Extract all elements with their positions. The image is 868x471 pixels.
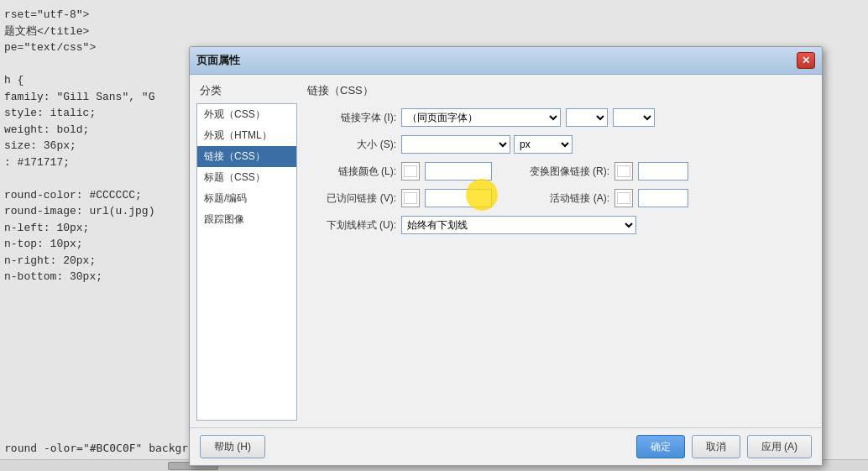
underline-row: 下划线样式 (U): 始终有下划线 始终无下划线 仅在变换时显示 隐藏直到变换 xyxy=(304,216,815,234)
link-color-col: 链接颜色 (L): xyxy=(304,162,492,181)
page-properties-dialog: 页面属性 ✕ 分类 外观（CSS） 外观（HTML） 链接（CSS） 标题（CS… xyxy=(189,46,823,466)
rollover-color-inner xyxy=(617,165,630,177)
font-row: 链接字体 (I): （同页面字体） xyxy=(304,108,815,127)
active-color-inner xyxy=(617,192,630,204)
size-input-group: px xyxy=(401,135,573,154)
visited-color-swatch[interactable] xyxy=(401,189,420,207)
dialog-footer: 帮助 (H) 确定 取消 应用 (A) xyxy=(190,427,822,465)
dialog-title: 页面属性 xyxy=(196,53,240,68)
dialog-titlebar: 页面属性 ✕ xyxy=(190,47,822,75)
cancel-button[interactable]: 取消 xyxy=(692,435,740,458)
visited-color-input[interactable] xyxy=(425,189,492,207)
category-list: 外观（CSS） 外观（HTML） 链接（CSS） 标题（CSS） 标题/编码 跟… xyxy=(196,103,297,421)
visited-color-label: 已访问链接 (V): xyxy=(304,191,396,206)
category-item-appearance-css[interactable]: 外观（CSS） xyxy=(197,104,296,125)
ok-button[interactable]: 确定 xyxy=(636,435,685,458)
size-label: 大小 (S): xyxy=(304,138,396,152)
category-item-tracking-image[interactable]: 跟踪图像 xyxy=(197,209,296,230)
font-label: 链接字体 (I): xyxy=(304,111,396,125)
category-item-link-css[interactable]: 链接（CSS） xyxy=(197,146,296,167)
font-style-select[interactable] xyxy=(566,108,608,127)
rollover-color-input[interactable] xyxy=(638,162,688,181)
link-color-inner xyxy=(404,165,417,177)
active-color-col: 活动链接 (A): xyxy=(509,189,688,207)
font-weight-select[interactable] xyxy=(613,108,655,127)
visited-color-row: 已访问链接 (V): 活动链接 (A): xyxy=(304,189,815,207)
visited-color-col: 已访问链接 (V): xyxy=(304,189,492,207)
link-color-swatch[interactable] xyxy=(401,162,420,181)
properties-header: 链接（CSS） xyxy=(304,81,815,100)
category-item-heading-encoding[interactable]: 标题/编码 xyxy=(197,188,296,209)
category-item-appearance-html[interactable]: 外观（HTML） xyxy=(197,125,296,146)
visited-color-inner xyxy=(404,192,417,204)
link-color-input[interactable] xyxy=(425,162,492,181)
category-header: 分类 xyxy=(196,81,297,100)
properties-panel: 链接（CSS） 链接字体 (I): （同页面字体） xyxy=(304,81,815,421)
category-panel: 分类 外观（CSS） 外观（HTML） 链接（CSS） 标题（CSS） 标题/编… xyxy=(196,81,297,421)
font-select[interactable]: （同页面字体） xyxy=(401,108,561,127)
underline-select[interactable]: 始终有下划线 始终无下划线 仅在变换时显示 隐藏直到变换 xyxy=(401,216,636,234)
active-color-input[interactable] xyxy=(638,189,688,207)
link-color-row: 链接颜色 (L): 变换图像链接 (R): xyxy=(304,162,815,181)
link-color-label: 链接颜色 (L): xyxy=(304,165,396,179)
category-item-heading-css[interactable]: 标题（CSS） xyxy=(197,167,296,188)
dialog-body: 分类 外观（CSS） 外观（HTML） 链接（CSS） 标题（CSS） 标题/编… xyxy=(190,75,822,427)
close-button[interactable]: ✕ xyxy=(797,52,815,69)
active-label: 活动链接 (A): xyxy=(509,191,609,206)
size-unit-select[interactable]: px xyxy=(514,135,573,154)
rollover-color-col: 变换图像链接 (R): xyxy=(509,162,688,181)
size-row: 大小 (S): px xyxy=(304,135,815,154)
size-value-select[interactable] xyxy=(401,135,510,154)
apply-button[interactable]: 应用 (A) xyxy=(747,435,812,458)
properties-grid: 链接字体 (I): （同页面字体） 大小 (S): xyxy=(304,108,815,421)
rollover-label: 变换图像链接 (R): xyxy=(509,165,609,179)
footer-left: 帮助 (H) xyxy=(200,435,265,458)
footer-right: 确定 取消 应用 (A) xyxy=(636,435,812,458)
help-button[interactable]: 帮助 (H) xyxy=(200,435,265,458)
active-color-swatch[interactable] xyxy=(614,189,633,207)
underline-label: 下划线样式 (U): xyxy=(304,218,396,233)
rollover-color-swatch[interactable] xyxy=(614,162,633,181)
